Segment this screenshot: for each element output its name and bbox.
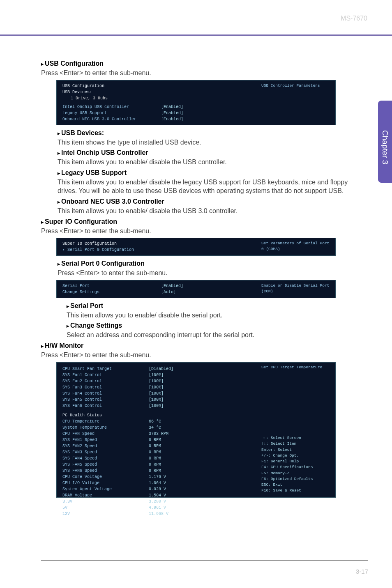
- bios-hw-box: CPU Smart Fan Target[Disabled]SYS Fan1 C…: [56, 362, 336, 498]
- intel-onchip-title: Intel Onchip USB Controller: [61, 149, 148, 156]
- bios-label: SYS FAN2 Speed: [62, 443, 149, 449]
- bios-help: USB Controller Parameters: [261, 83, 331, 89]
- bios-help: Set CPU Target Temperature: [261, 365, 331, 370]
- bios-label: SYS Fan6 Control: [62, 403, 149, 409]
- bios-label: SYS Fan1 Control: [62, 372, 149, 378]
- bios-nav-line: +/-: Change Opt.: [261, 453, 331, 459]
- superio-title: Super IO Configuration: [45, 218, 117, 225]
- bios-value: 0 RPM: [149, 455, 161, 462]
- serial0-desc: Press <Enter> to enter the sub-menu.: [58, 269, 351, 278]
- bios-value: 0 RPM: [149, 449, 161, 455]
- bios-value: 4.961 V: [149, 505, 166, 511]
- bios-label: Legacy USB Support: [62, 110, 161, 116]
- onboard-nec-desc: This item allows you to enable/ disable …: [58, 207, 351, 216]
- bios-label: 3.3V: [62, 498, 149, 505]
- chapter-tab: Chapter 3: [378, 101, 392, 183]
- serialport-desc: This item allows you to enable/ disable …: [67, 311, 351, 320]
- bios-label: SYS Fan4 Control: [62, 390, 149, 397]
- bios-value: 0 RPM: [149, 437, 161, 443]
- bios-value: [100%]: [149, 403, 164, 409]
- bios-nav-line: F1: General Help: [261, 459, 331, 464]
- bios-value: 1 Drive, 3 Hubs: [71, 95, 108, 101]
- bios-label: Onboard NEC USB 3.0 Controller: [62, 116, 161, 122]
- bios-label: 12V: [62, 511, 149, 517]
- changesettings-title: Change Settings: [70, 322, 122, 329]
- bios-label: ▸ Serial Port 0 Configuration: [62, 247, 161, 253]
- bios-value: [100%]: [149, 390, 164, 397]
- intel-onchip-desc: This item allows you to enable/ disable …: [58, 158, 351, 167]
- bios-value: [Enabled]: [161, 283, 183, 289]
- bios-label: Change Settings: [62, 289, 161, 295]
- bios-usb-box: USB Configuration USB Devices: 1 Drive, …: [56, 80, 336, 125]
- bios-label: USB Configuration: [62, 83, 161, 89]
- bios-label: System Temperature: [62, 425, 149, 431]
- bios-label: CPU Temperature: [62, 418, 149, 425]
- onboard-nec-title: Onboard NEC USB 3.0 Controller: [61, 198, 164, 205]
- bios-help: Set Parameters of Serial Port 0 (COMA): [261, 241, 331, 253]
- usb-devices-desc: This item shows the type of installed US…: [58, 138, 351, 147]
- bios-label: SYS Fan5 Control: [62, 397, 149, 403]
- bios-value: [100%]: [149, 384, 164, 390]
- bios-superio-box: Super IO Configuration ▸ Serial Port 0 C…: [56, 238, 336, 256]
- bios-value: 34 °C: [149, 425, 161, 431]
- bios-label: USB Devices:: [62, 89, 161, 95]
- bios-label: SYS FAN5 Speed: [62, 462, 149, 468]
- bios-nav-line: F6: Optimized Defaults: [261, 476, 331, 482]
- bios-nav-line: F4: CPU Specifications: [261, 464, 331, 470]
- bios-value: 0 RPM: [149, 443, 161, 449]
- bios-label: Super IO Configuration: [62, 241, 161, 247]
- bios-label: CPU Core Voltage: [62, 474, 149, 480]
- bios-label: SYS FAN4 Speed: [62, 455, 149, 462]
- bios-value: [Auto]: [161, 289, 176, 295]
- bios-value: 1.176 V: [149, 474, 166, 480]
- bios-label: SYS Fan2 Control: [62, 378, 149, 384]
- serialport-title: Serial Port: [70, 302, 103, 309]
- bios-label: SYS FAN1 Speed: [62, 437, 149, 443]
- hw-title: H/W Monitor: [45, 342, 83, 349]
- bios-nav-line: ESC: Exit: [261, 482, 331, 488]
- bios-label: Intel Onchip USB controller: [62, 104, 161, 110]
- bios-value: 3.280 V: [149, 498, 166, 505]
- bios-value: 0 RPM: [149, 468, 161, 474]
- bios-serial-box: Serial Port[Enabled] Change Settings[Aut…: [56, 280, 336, 298]
- legacy-usb-title: Legacy USB Support: [61, 169, 127, 176]
- bios-nav-line: →←: Select Screen: [261, 435, 331, 441]
- bios-nav-line: F5: Memory-Z: [261, 471, 331, 476]
- bios-value: [Disabled]: [149, 366, 173, 372]
- page-number: 3-17: [356, 568, 368, 575]
- legacy-usb-desc: This item allows you to enable/ disable …: [58, 178, 351, 195]
- bios-value: 0 RPM: [149, 462, 161, 468]
- bios-label: CPU FAN Speed: [62, 431, 149, 437]
- bios-label: 5V: [62, 505, 149, 511]
- bios-section: PC Health Status: [62, 412, 149, 418]
- bios-value: [Enabled]: [161, 104, 183, 110]
- header-divider: [0, 34, 392, 36]
- bios-label: DRAM Voltage: [62, 492, 149, 498]
- changesettings-desc: Select an address and corresponding inte…: [67, 331, 351, 340]
- bios-label: SYS FAN6 Speed: [62, 468, 149, 474]
- bios-value: [100%]: [149, 397, 164, 403]
- bios-value: 1.504 V: [149, 492, 166, 498]
- bios-nav-line: ↑↓: Select Item: [261, 441, 331, 447]
- bios-label: System Agent Voltage: [62, 486, 149, 492]
- bios-value: [Enabled]: [161, 110, 183, 116]
- bios-value: 0.928 V: [149, 486, 166, 492]
- usb-devices-title: USB Devices:: [61, 129, 104, 136]
- hw-desc: Press <Enter> to enter the sub-menu.: [41, 351, 351, 360]
- bios-value: [Enabled]: [161, 116, 183, 122]
- usb-config-title: USB Configuration: [45, 60, 104, 67]
- bios-value: 3703 RPM: [149, 431, 168, 437]
- bios-label: Serial Port: [62, 283, 161, 289]
- bios-value: [100%]: [149, 372, 164, 378]
- usb-config-desc: Press <Enter> to enter the sub-menu.: [41, 69, 351, 78]
- bios-value: [100%]: [149, 378, 164, 384]
- footer-divider: [41, 560, 368, 561]
- bios-label: CPU Smart Fan Target: [62, 366, 149, 372]
- bios-nav-line: F10: Save & Reset: [261, 488, 331, 494]
- bios-label: SYS FAN3 Speed: [62, 449, 149, 455]
- bios-nav-line: Enter: Select: [261, 447, 331, 453]
- model-label: MS-7670: [341, 15, 367, 22]
- bios-label: SYS Fan3 Control: [62, 384, 149, 390]
- bios-value: 66 °C: [149, 418, 161, 425]
- bios-label: CPU I/O Voltage: [62, 480, 149, 486]
